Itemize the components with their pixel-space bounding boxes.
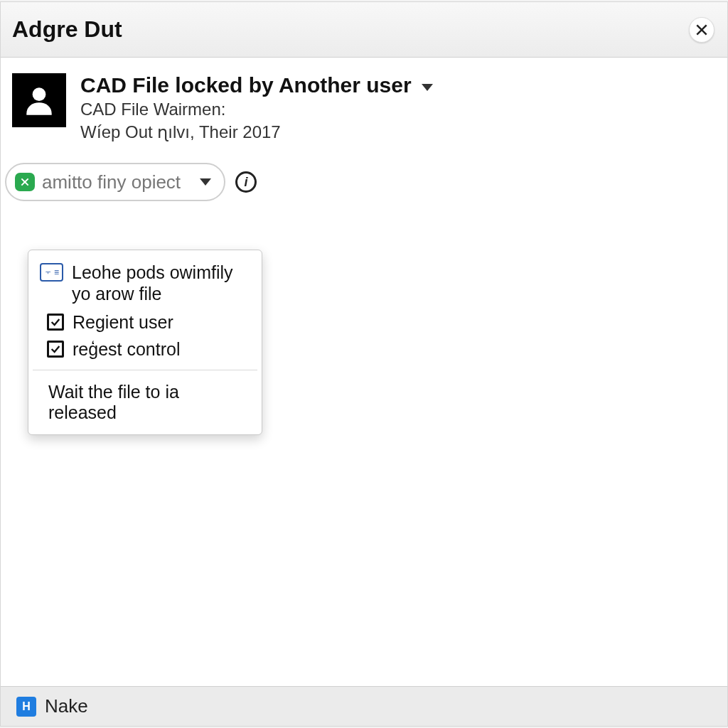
clear-chip[interactable] <box>15 173 35 191</box>
checkbox-checked-icon <box>47 314 64 331</box>
info-icon: i <box>244 175 247 190</box>
close-icon <box>695 23 709 37</box>
status-label: Nake <box>45 695 88 717</box>
app-icon-glyph: H <box>22 700 31 713</box>
content-area: CAD File locked by Another user CAD File… <box>1 58 727 686</box>
x-icon <box>19 176 31 188</box>
action-selector-row: amitto finy opiect i <box>1 151 727 201</box>
dropdown-item-label: Leohe рods owimfily yo arow file <box>72 262 249 304</box>
action-dropdown: ⫟≡ Leohe рods owimfily yo arow file Regi… <box>28 250 262 435</box>
dropdown-item-label: reģest control <box>73 338 249 360</box>
layout-icon: ⫟≡ <box>40 263 63 282</box>
file-title-row[interactable]: CAD File locked by Another user <box>80 73 716 97</box>
dropdown-item-open-readonly[interactable]: ⫟≡ Leohe рods owimfily yo arow file <box>28 257 262 309</box>
dialog-window: Adgre Dut CAD File locked by Another use… <box>0 1 728 727</box>
dropdown-item-regient-user[interactable]: Regient user <box>28 309 262 336</box>
avatar <box>12 73 66 127</box>
action-combo-placeholder: amitto finy opiect <box>42 171 193 193</box>
status-bar: H Nake <box>1 686 727 726</box>
file-header-text: CAD File locked by Another user CAD File… <box>80 73 716 143</box>
info-button[interactable]: i <box>235 171 257 193</box>
dropdown-separator <box>33 370 257 370</box>
window-title: Adgre Dut <box>12 16 689 43</box>
dropdown-item-wait-release[interactable]: Wait the file to ia released <box>28 376 262 429</box>
dropdown-item-label: Wait the file to ia released <box>48 382 179 422</box>
file-subtitle-2: Wı́ep Out ɳılvı, Their 2017 <box>80 122 716 143</box>
file-header: CAD File locked by Another user CAD File… <box>1 58 727 151</box>
app-icon: H <box>16 697 36 717</box>
title-bar: Adgre Dut <box>1 2 727 58</box>
chevron-down-icon <box>422 84 433 91</box>
file-subtitle-1: CAD File Wairmen: <box>80 99 716 120</box>
checkbox-checked-icon <box>47 341 64 358</box>
dropdown-item-label: Regient user <box>73 311 249 333</box>
close-button[interactable] <box>689 17 714 43</box>
action-combo[interactable]: amitto finy opiect <box>5 163 225 201</box>
svg-point-2 <box>33 87 46 101</box>
dropdown-item-request-control[interactable]: reģest control <box>28 336 262 363</box>
file-title: CAD File locked by Another user <box>80 73 412 97</box>
user-icon <box>21 82 57 118</box>
chevron-down-icon <box>200 178 211 186</box>
